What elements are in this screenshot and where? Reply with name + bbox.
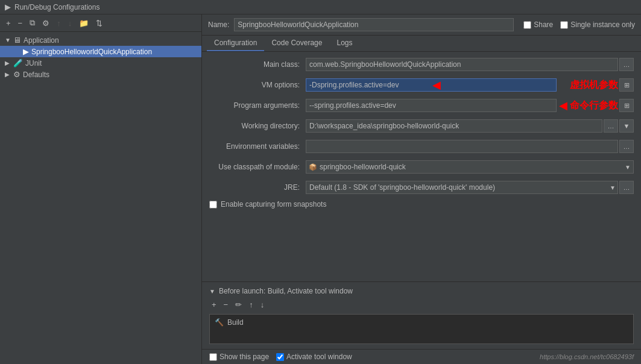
add-config-button[interactable]: + [4, 17, 13, 29]
main-class-input[interactable] [306, 58, 618, 71]
bottom-bar: Show this page Activate tool window http… [202, 349, 641, 364]
defaults-group-label: Defaults [23, 71, 49, 79]
title-bar: ▶ Run/Debug Configurations [0, 0, 641, 14]
build-item-label: Build [227, 318, 244, 327]
title-text: Run/Debug Configurations [14, 3, 99, 11]
working-dir-browse-button[interactable]: … [604, 119, 618, 133]
classpath-module-wrap: 📦 springboo-helloworld-quick ▼ [306, 160, 634, 174]
tab-code-coverage[interactable]: Code Coverage [264, 36, 329, 51]
junit-group-icon: 🧪 [13, 58, 23, 67]
module-icon: 📦 [309, 163, 317, 171]
enable-capture-checkbox[interactable] [209, 201, 217, 209]
env-vars-input[interactable] [306, 140, 618, 153]
single-instance-checkbox-label[interactable]: Single instance only [560, 20, 635, 29]
before-launch-collapse-icon[interactable]: ▼ [209, 288, 215, 295]
before-launch-up-button[interactable]: ↑ [247, 299, 256, 310]
springboo-item-label: SpringbooHelloworldQuickApplication [31, 48, 152, 56]
show-page-label[interactable]: Show this page [209, 353, 269, 361]
before-launch-remove-button[interactable]: − [221, 299, 231, 310]
tree-arrow-application: ▼ [5, 37, 11, 43]
sort-button[interactable]: ⇅ [93, 17, 105, 29]
share-label: Share [534, 20, 553, 29]
program-args-label: Program arguments: [209, 101, 306, 110]
show-page-text: Show this page [219, 353, 269, 361]
vm-options-input[interactable] [306, 78, 557, 92]
share-checkbox-label[interactable]: Share [523, 20, 553, 29]
working-dir-input[interactable] [306, 119, 602, 133]
before-launch-down-button[interactable]: ↓ [258, 299, 267, 310]
single-instance-label: Single instance only [570, 20, 635, 29]
classpath-row: Use classpath of module: 📦 springboo-hel… [209, 159, 634, 175]
classpath-label: Use classpath of module: [209, 163, 306, 171]
before-launch-item-build: 🔨 Build [212, 317, 631, 328]
watermark: https://blog.csdn.net/tc0682493f [540, 353, 634, 360]
tree-item-application[interactable]: ▼ 🖥 Application [0, 34, 201, 46]
tab-configuration[interactable]: Configuration [207, 36, 264, 51]
before-launch-edit-button[interactable]: ✏ [233, 299, 244, 310]
jre-dropdown-container: Default (1.8 - SDK of 'springboo-hellowo… [306, 181, 618, 194]
settings-config-button[interactable]: ⚙ [40, 17, 52, 29]
vm-options-wrap: ◀ 虚拟机参数 [306, 78, 618, 92]
jre-browse-button[interactable]: … [619, 181, 634, 194]
program-args-row: Program arguments: ◀ 命令行参数 ⊞ [209, 98, 634, 113]
jre-select[interactable]: Default (1.8 - SDK of 'springboo-hellowo… [306, 181, 618, 194]
tab-logs[interactable]: Logs [329, 36, 359, 51]
tree-arrow-junit: ▶ [5, 60, 11, 66]
enable-capture-label[interactable]: Enable capturing form snapshots [221, 200, 326, 209]
env-vars-browse-button[interactable]: … [619, 140, 634, 153]
single-instance-checkbox[interactable] [560, 21, 568, 29]
before-launch-add-button[interactable]: + [209, 299, 219, 310]
title-icon: ▶ [5, 2, 11, 11]
enable-capture-row: Enable capturing form snapshots [209, 200, 634, 209]
program-args-wrap: ◀ 命令行参数 [306, 99, 618, 112]
move-down-button[interactable]: ↓ [66, 17, 75, 29]
copy-config-button[interactable]: ⧉ [27, 17, 37, 29]
tabs-bar: Configuration Code Coverage Logs [202, 36, 641, 52]
env-vars-label: Environment variables: [209, 142, 306, 151]
vm-options-annotation: 虚拟机参数 [570, 79, 618, 92]
left-toolbar: + − ⧉ ⚙ ↑ ↓ 📁 ⇅ [0, 14, 201, 32]
move-up-button[interactable]: ↑ [54, 17, 63, 29]
tree-arrow-defaults: ▶ [5, 71, 11, 78]
env-vars-row: Environment variables: … [209, 139, 634, 154]
remove-config-button[interactable]: − [16, 17, 25, 29]
classpath-dropdown-arrow: ▼ [625, 164, 631, 171]
program-args-annotation: 命令行参数 [570, 99, 618, 112]
tree-item-springboo[interactable]: ▶ SpringbooHelloworldQuickApplication [0, 46, 201, 57]
activate-tool-label[interactable]: Activate tool window [276, 353, 352, 361]
working-dir-label: Working directory: [209, 122, 306, 130]
tree-item-defaults[interactable]: ▶ ⚙ Defaults [0, 69, 201, 80]
jre-label: JRE: [209, 183, 306, 192]
program-args-input[interactable] [306, 99, 557, 112]
activate-tool-checkbox[interactable] [276, 353, 284, 361]
left-panel: + − ⧉ ⚙ ↑ ↓ 📁 ⇅ ▼ 🖥 Application ▶ Spring… [0, 14, 202, 364]
vm-options-row: VM options: ◀ 虚拟机参数 ⊞ [209, 77, 634, 93]
name-row: Name: Share Single instance only [202, 14, 641, 36]
run-config-icon: ▶ [23, 47, 29, 56]
main-class-label: Main class: [209, 60, 306, 69]
right-panel: Name: Share Single instance only Configu… [202, 14, 641, 364]
config-area: Main class: … VM options: ◀ 虚拟机参数 ⊞ Prog… [202, 52, 641, 281]
show-page-checkbox[interactable] [209, 353, 217, 361]
folder-button[interactable]: 📁 [77, 17, 91, 29]
checkboxes-row: Share Single instance only [523, 20, 635, 29]
tree-area: ▼ 🖥 Application ▶ SpringbooHelloworldQui… [0, 32, 201, 364]
working-dir-extra-button[interactable]: ▼ [619, 119, 634, 133]
before-launch-toolbar: + − ✏ ↑ ↓ [209, 299, 634, 310]
program-args-arrow: ◀ [559, 99, 567, 112]
working-dir-row: Working directory: … ▼ [209, 118, 634, 134]
program-args-expand-button[interactable]: ⊞ [619, 99, 634, 112]
main-class-browse-button[interactable]: … [619, 58, 634, 71]
application-group-label: Application [24, 36, 59, 45]
vm-options-label: VM options: [209, 81, 306, 89]
build-icon: 🔨 [215, 318, 224, 327]
classpath-value: springboo-helloworld-quick [320, 163, 622, 171]
before-launch-header: ▼ Before launch: Build, Activate tool wi… [209, 287, 634, 295]
name-label: Name: [208, 20, 229, 29]
before-launch-title: Before launch: Build, Activate tool wind… [219, 287, 353, 295]
vm-options-expand-button[interactable]: ⊞ [619, 78, 634, 92]
name-input[interactable] [234, 18, 514, 31]
tree-item-junit[interactable]: ▶ 🧪 JUnit [0, 57, 201, 69]
application-group-icon: 🖥 [13, 36, 21, 45]
share-checkbox[interactable] [523, 21, 531, 29]
